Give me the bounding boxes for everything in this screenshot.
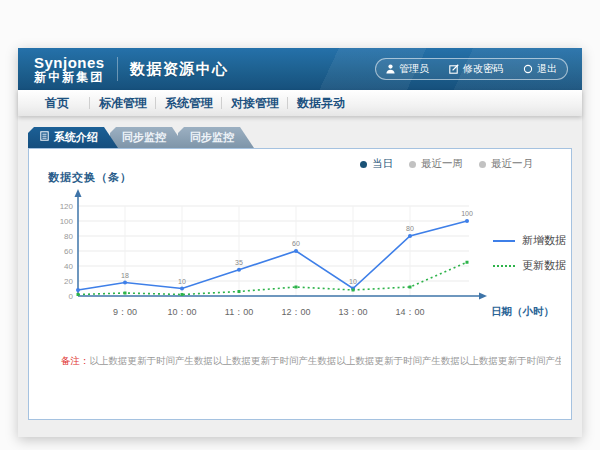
svg-text:0: 0: [69, 292, 74, 301]
tab-sync-monitor-2[interactable]: 同步监控: [178, 127, 254, 148]
radio-unselected-icon: [409, 161, 416, 168]
change-password-button[interactable]: 修改密码: [439, 62, 513, 76]
brand-logo-text: Synjones: [34, 55, 105, 71]
main-nav: 首页 标准管理 系统管理 对接管理 数据异动: [18, 90, 582, 116]
user-icon: [386, 64, 395, 74]
tab-label: 同步监控: [122, 131, 166, 143]
legend-label: 更新数据: [522, 258, 566, 273]
legend-item-new-data: 新增数据: [493, 233, 566, 248]
tab-label: 系统介绍: [54, 127, 98, 148]
tab-label: 同步监控: [190, 131, 234, 143]
legend-line-swatch-blue: [493, 240, 515, 242]
nav-item-data-change[interactable]: 数据异动: [288, 90, 354, 116]
svg-text:10: 10: [178, 278, 186, 285]
svg-text:9：00: 9：00: [113, 307, 137, 317]
brand-logo: Synjones 新中新集团: [34, 55, 105, 83]
svg-text:12：00: 12：00: [281, 307, 310, 317]
tab-sync-monitor-1[interactable]: 同步监控: [110, 127, 186, 148]
legend-item-updated-data: 更新数据: [493, 258, 566, 273]
legend-line-swatch-green: [493, 265, 515, 267]
nav-item-standard-management[interactable]: 标准管理: [90, 90, 156, 116]
svg-text:35: 35: [235, 259, 243, 266]
svg-text:120: 120: [60, 202, 74, 211]
svg-text:80: 80: [64, 232, 73, 241]
chart-legend: 新增数据 更新数据: [493, 233, 566, 283]
svg-text:100: 100: [60, 217, 74, 226]
tab-system-intro[interactable]: 系统介绍: [28, 127, 118, 148]
logout-button[interactable]: 退出: [513, 62, 567, 76]
app-window: Synjones 新中新集团 数据资源中心 管理员 修改密码: [18, 48, 582, 437]
tab-bar: 系统介绍 同步监控 同步监控: [28, 127, 254, 148]
nav-item-interface-management[interactable]: 对接管理: [222, 90, 288, 116]
line-chart: 0204060801001209：0010：0011：0012：0013：001…: [49, 187, 549, 323]
svg-text:40: 40: [64, 262, 73, 271]
svg-text:13：00: 13：00: [338, 307, 367, 317]
svg-text:11：00: 11：00: [225, 307, 253, 317]
note-text: 以上数据更新于时间产生数据以上数据更新于时间产生数据以上数据更新于时间产生数据以…: [90, 355, 562, 366]
svg-text:100: 100: [461, 210, 473, 217]
period-option-label: 当日: [372, 157, 393, 171]
radio-unselected-icon: [479, 161, 486, 168]
header-divider: [117, 57, 118, 81]
svg-text:10：00: 10：00: [167, 307, 196, 317]
brand-logo-subtext: 新中新集团: [34, 71, 105, 84]
chart-y-axis-title: 数据交换（条）: [48, 170, 132, 185]
svg-text:80: 80: [406, 225, 414, 232]
note-prefix: 备注：: [61, 355, 90, 366]
svg-text:14：00: 14：00: [395, 307, 424, 317]
chart-panel: 当日 最近一周 最近一月 数据交换（条） 0204060801001209：00…: [28, 148, 572, 420]
period-option-last-week[interactable]: 最近一周: [409, 157, 463, 171]
svg-text:10: 10: [349, 278, 357, 285]
period-option-today[interactable]: 当日: [360, 157, 393, 171]
logout-label: 退出: [537, 62, 557, 76]
period-option-last-month[interactable]: 最近一月: [479, 157, 533, 171]
logout-icon: [523, 64, 533, 74]
svg-text:20: 20: [64, 277, 73, 286]
svg-text:日期（小时）: 日期（小时）: [491, 305, 549, 318]
user-menu-button[interactable]: 管理员: [376, 62, 439, 76]
period-option-label: 最近一月: [491, 157, 533, 171]
change-password-label: 修改密码: [463, 62, 503, 76]
period-option-label: 最近一周: [421, 157, 463, 171]
note: 备注：以上数据更新于时间产生数据以上数据更新于时间产生数据以上数据更新于时间产生…: [61, 355, 561, 368]
svg-text:18: 18: [121, 272, 129, 279]
svg-text:60: 60: [64, 247, 73, 256]
legend-label: 新增数据: [522, 233, 566, 248]
period-filter: 当日 最近一周 最近一月: [360, 157, 533, 171]
svg-text:60: 60: [292, 240, 300, 247]
app-header: Synjones 新中新集团 数据资源中心 管理员 修改密码: [18, 48, 582, 90]
user-bar: 管理员 修改密码 退出: [375, 58, 568, 80]
edit-icon: [449, 64, 459, 74]
app-title: 数据资源中心: [130, 60, 229, 79]
content-area: 系统介绍 同步监控 同步监控 当日 最近一周: [18, 116, 582, 437]
document-icon: [40, 127, 49, 148]
nav-item-home[interactable]: 首页: [24, 90, 90, 116]
nav-item-system-management[interactable]: 系统管理: [156, 90, 222, 116]
user-label: 管理员: [399, 62, 429, 76]
radio-selected-icon: [360, 161, 367, 168]
